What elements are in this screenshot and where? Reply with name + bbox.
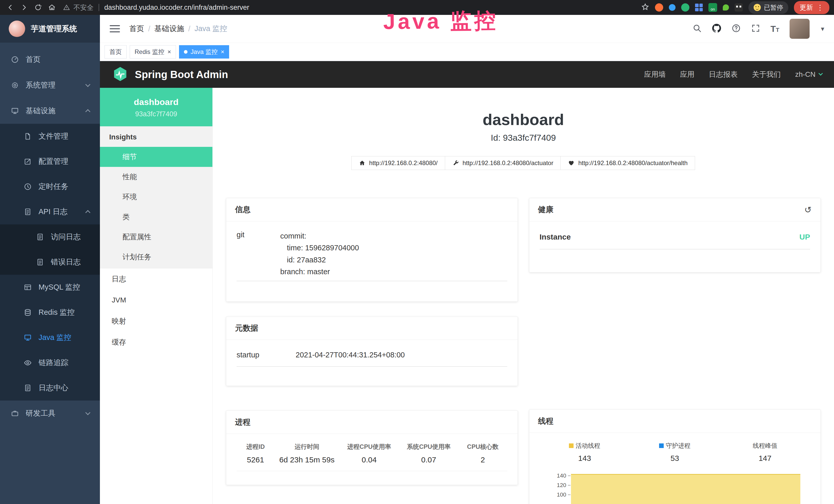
sidebar-item-label: 日志中心 <box>39 383 68 393</box>
card-title: 元数据 <box>235 323 258 334</box>
instance-header[interactable]: dashboard 93a3fc7f7409 <box>100 88 213 126</box>
grid-extension-icon[interactable] <box>695 4 703 11</box>
service-url-link[interactable]: http://192.168.0.2:48080/ <box>351 156 445 170</box>
sidebar-item-home[interactable]: 首页 <box>0 47 100 72</box>
browser-menu-icon[interactable]: ⋮ <box>816 3 824 12</box>
actuator-url-link[interactable]: http://192.168.0.2:48080/actuator <box>445 156 561 170</box>
sidebar-item-label: Redis 监控 <box>39 307 74 318</box>
sba-nav-journal[interactable]: 日志报表 <box>709 70 738 79</box>
sba-item-environment[interactable]: 环境 <box>100 187 213 207</box>
sba-item-jvm[interactable]: JVM <box>100 290 213 311</box>
close-icon[interactable]: × <box>221 48 224 55</box>
chevron-up-icon <box>85 109 90 114</box>
fox-extension-icon[interactable] <box>655 3 663 12</box>
metadata-card: 元数据 startup 2021-04-27T00:44:31.254+08:0… <box>226 317 518 386</box>
sidebar-item-label: 链路追踪 <box>39 358 68 368</box>
search-icon[interactable] <box>693 24 702 34</box>
sidebar-item-label: 首页 <box>26 54 41 65</box>
log-icon <box>24 208 32 216</box>
sba-brand[interactable]: Spring Boot Admin <box>135 69 228 81</box>
sba-item-details[interactable]: 细节 <box>100 147 213 167</box>
fullscreen-icon[interactable] <box>751 24 760 34</box>
link-label: http://192.168.0.2:48080/ <box>369 159 438 167</box>
home-browser-icon[interactable] <box>46 2 58 13</box>
sidebar-item-log-center[interactable]: 日志中心 <box>0 375 100 400</box>
sidebar-item-file-manage[interactable]: 文件管理 <box>0 124 100 149</box>
history-icon[interactable]: ↺ <box>805 205 812 215</box>
sba-item-configprops[interactable]: 配置属性 <box>100 227 213 247</box>
sidebar-item-dev-tools[interactable]: 研发工具 <box>0 400 100 426</box>
sba-item-mappings[interactable]: 映射 <box>100 311 213 332</box>
sba-nav-wallboard[interactable]: 应用墙 <box>644 70 666 79</box>
monitor-icon <box>11 107 19 115</box>
sidebar-item-system[interactable]: 系统管理 <box>0 72 100 98</box>
health-instance-row[interactable]: Instance UP <box>540 230 810 249</box>
sidebar-item-label: Java 监控 <box>39 333 71 343</box>
chart-plot-area <box>570 471 805 499</box>
paused-label: 已暂停 <box>764 3 783 12</box>
breadcrumb-item[interactable]: 基础设施 <box>154 24 184 34</box>
tags-view-bar: 首页 Redis 监控 × Java 监控 × <box>100 43 834 61</box>
sba-item-label: JVM <box>112 296 126 304</box>
detail-cards: 信息 git commit: time: 1596289704000 id: 2… <box>213 198 834 504</box>
caret-down-icon[interactable]: ▾ <box>821 25 824 33</box>
tab-java-monitor[interactable]: Java 监控 × <box>179 45 229 59</box>
sba-nav-applications[interactable]: 应用 <box>680 70 695 79</box>
reload-icon[interactable] <box>32 2 44 13</box>
sba-item-loggers[interactable]: 日志 <box>100 269 213 290</box>
drop-extension-icon[interactable] <box>669 4 676 11</box>
instance-links: http://192.168.0.2:48080/ http://192.168… <box>213 156 834 170</box>
sidebar-item-tracing[interactable]: 链路追踪 <box>0 350 100 375</box>
help-icon[interactable] <box>731 24 741 34</box>
sidebar-item-redis-monitor[interactable]: Redis 监控 <box>0 300 100 325</box>
sba-nav-about[interactable]: 关于我们 <box>752 70 781 79</box>
github-icon[interactable] <box>712 24 721 34</box>
paused-badge[interactable]: 已暂停 <box>748 1 788 14</box>
threads-legend: 活动线程 143 守护进程 53 线程峰值 147 <box>540 442 810 463</box>
sidebar-item-error-logs[interactable]: 错误日志 <box>0 250 100 275</box>
sidebar-item-api-logs[interactable]: API 日志 <box>0 199 100 224</box>
font-size-icon[interactable]: TT <box>771 24 779 34</box>
bookmark-star-icon[interactable] <box>641 3 649 12</box>
leaf-extension-icon[interactable] <box>723 4 729 10</box>
sba-item-metrics[interactable]: 性能 <box>100 167 213 187</box>
metadata-key: startup <box>237 351 295 359</box>
on-toggle-extension-icon[interactable]: on <box>708 3 717 12</box>
clock-icon <box>24 183 32 191</box>
sidebar-item-label: 定时任务 <box>39 182 68 192</box>
back-icon[interactable] <box>5 2 16 13</box>
spring-boot-admin-logo <box>112 66 129 83</box>
sba-content: dashboard 93a3fc7f7409 Insights 细节 性能 环境… <box>100 88 834 504</box>
sidebar-item-scheduled-jobs[interactable]: 定时任务 <box>0 174 100 199</box>
sidebar-item-infra[interactable]: 基础设施 <box>0 98 100 124</box>
process-col: 进程ID <box>237 443 274 451</box>
dark-extension-icon[interactable] <box>734 3 743 12</box>
sidebar-item-mysql-monitor[interactable]: MySQL 监控 <box>0 275 100 300</box>
close-icon[interactable]: × <box>168 48 171 55</box>
sba-item-label: 计划任务 <box>123 252 151 262</box>
tab-home[interactable]: 首页 <box>105 45 127 59</box>
hamburger-icon[interactable] <box>110 25 120 32</box>
link-label: http://192.168.0.2:48080/actuator <box>463 159 553 167</box>
yellow-legend-swatch <box>569 443 574 448</box>
health-url-link[interactable]: http://192.168.0.2:48080/actuator/health <box>561 156 695 170</box>
y-tick: 140 <box>540 471 570 480</box>
green-extension-icon[interactable] <box>681 3 689 12</box>
avatar[interactable] <box>790 19 810 39</box>
sba-item-caches[interactable]: 缓存 <box>100 332 213 353</box>
breadcrumb-item[interactable]: 首页 <box>129 24 144 34</box>
sba-item-scheduled-tasks[interactable]: 计划任务 <box>100 247 213 267</box>
address-bar[interactable]: 不安全 dashboard.yudao.iocoder.cn/infra/adm… <box>63 3 249 12</box>
health-card: 健康 ↺ Instance UP <box>529 198 821 272</box>
sidebar-item-config-manage[interactable]: 配置管理 <box>0 149 100 174</box>
update-button[interactable]: 更新 ⋮ <box>794 1 829 14</box>
locale-selector[interactable]: zh-CN <box>795 70 822 78</box>
breadcrumb-item-current: Java 监控 <box>194 24 227 34</box>
sidebar-item-java-monitor[interactable]: Java 监控 <box>0 325 100 350</box>
sba-item-classes[interactable]: 类 <box>100 207 213 227</box>
forward-icon[interactable] <box>19 2 30 13</box>
sidebar-item-label: 配置管理 <box>39 156 68 167</box>
instance-id: 93a3fc7f7409 <box>103 110 210 118</box>
tab-redis-monitor[interactable]: Redis 监控 × <box>130 45 176 59</box>
sidebar-item-access-logs[interactable]: 访问日志 <box>0 224 100 250</box>
